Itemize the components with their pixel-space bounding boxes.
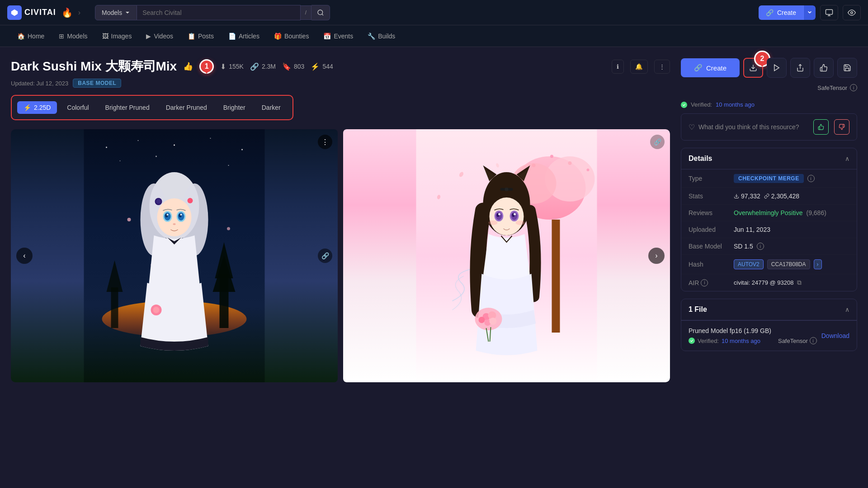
thumbdown-vote-button[interactable] <box>834 119 849 135</box>
nav-images[interactable]: 🖼 Images <box>96 29 138 43</box>
nav-videos[interactable]: ▶ Videos <box>140 29 179 43</box>
tab-brighter-pruned[interactable]: Brighter Pruned <box>99 101 156 114</box>
chevron-up-icon: ∧ <box>845 155 849 162</box>
svg-point-73 <box>514 213 516 216</box>
thumbup-button[interactable] <box>814 58 834 78</box>
link-overlay-button-2[interactable]: 🔗 <box>650 135 665 149</box>
verified-link[interactable]: 10 months ago <box>716 101 755 108</box>
air-info-icon[interactable]: i <box>701 279 708 286</box>
nav-home[interactable]: 🏠 Home <box>11 29 51 43</box>
create-button[interactable]: 🔗 Create <box>759 5 803 20</box>
play-button[interactable] <box>767 58 787 78</box>
nav-articles[interactable]: 📄 Articles <box>222 29 266 43</box>
search-icon <box>317 9 324 16</box>
svg-point-64 <box>505 188 509 191</box>
download-stat-icon <box>734 193 739 199</box>
details-panel-header[interactable]: Details ∧ <box>681 148 857 169</box>
svg-point-40 <box>156 199 161 204</box>
create-label: Create <box>777 9 796 16</box>
svg-point-72 <box>498 213 500 216</box>
svg-marker-0 <box>11 9 18 15</box>
file-safetensor-info-icon[interactable]: i <box>810 337 817 344</box>
tab-225d[interactable]: ⚡ 2.25D <box>17 101 57 114</box>
download-file-link[interactable]: Download <box>821 332 849 339</box>
monitor-button[interactable] <box>820 5 838 20</box>
svg-point-24 <box>227 227 230 230</box>
copy-icon[interactable]: ⧉ <box>797 279 802 286</box>
more-button[interactable]: ⋮ <box>654 60 670 74</box>
gallery-next-button[interactable]: › <box>648 248 665 264</box>
logo-icon <box>7 5 22 20</box>
search-input[interactable] <box>137 5 301 20</box>
thumbup-vote-button[interactable] <box>813 119 829 135</box>
sidebar-actions: 🔗 Create 2 <box>681 58 857 78</box>
details-title: Details <box>689 155 712 163</box>
feedback-text: ♡ What did you think of this resource? <box>689 123 808 131</box>
info-icon[interactable]: i <box>850 84 857 91</box>
verified-icon <box>681 102 687 108</box>
thumbdown-vote-icon <box>839 124 845 130</box>
file-verified-row: Verified: 10 months ago SafeTensor i <box>689 337 817 344</box>
sidebar: 🔗 Create 2 SafeTensor <box>681 58 857 382</box>
stats-value: 97,332 2,305,428 <box>734 192 799 200</box>
nav-models[interactable]: ⊞ Models <box>52 29 94 43</box>
bookmark-stat: 🔖 803 <box>282 62 304 71</box>
tab-darker[interactable]: Darker <box>255 101 287 114</box>
download-button[interactable]: 2 <box>743 58 763 78</box>
uploaded-value: Jun 11, 2023 <box>734 226 770 233</box>
air-label: AIR i <box>689 279 734 286</box>
nav-bounties[interactable]: 🎁 Bounties <box>268 29 315 43</box>
base-model-label: Base Model <box>689 243 734 250</box>
nav-posts[interactable]: 📋 Posts <box>181 29 220 43</box>
link-overlay-button[interactable]: 🔗 <box>318 249 332 263</box>
file-verified-link[interactable]: 10 months ago <box>722 338 760 344</box>
gallery-more-button[interactable]: ⋮ <box>318 135 332 149</box>
files-panel-header[interactable]: 1 File ∧ <box>681 299 857 320</box>
image-gallery: ⋮ 🔗 <box>11 129 670 382</box>
svg-marker-85 <box>774 65 779 71</box>
play-icon <box>773 64 781 72</box>
tab-darker-pruned[interactable]: Darker Pruned <box>160 101 213 114</box>
subtitle-row: Updated: Jul 12, 2023 BASE MODEL <box>11 79 670 88</box>
link-stat: 🔗 2.3M <box>250 62 276 71</box>
gallery-prev-button[interactable]: ‹ <box>16 248 33 264</box>
type-label: Type <box>689 175 734 182</box>
svg-point-38 <box>173 223 176 225</box>
download-stat: ⬇ 155K <box>220 62 244 71</box>
svg-point-15 <box>156 156 157 157</box>
save-button[interactable] <box>837 58 857 78</box>
thumbup-vote-icon <box>818 124 824 130</box>
base-model-value: SD 1.5 i <box>734 243 764 250</box>
like-button[interactable]: 👍 <box>183 61 193 71</box>
base-model-info-icon[interactable]: i <box>757 243 764 250</box>
files-chevron-up-icon: ∧ <box>845 306 849 313</box>
gallery-image-1: ⋮ 🔗 <box>11 129 338 382</box>
search-button[interactable] <box>311 5 330 20</box>
monitor-icon <box>825 9 833 17</box>
download-stat-val: 97,332 <box>734 192 760 200</box>
type-info-icon[interactable]: i <box>807 175 815 182</box>
create-dropdown-button[interactable] <box>803 5 816 20</box>
search-area: Models / <box>95 5 330 20</box>
notification-button[interactable]: 🔔 <box>630 60 648 74</box>
share-button[interactable] <box>790 58 810 78</box>
detail-hash-row: Hash AUTOV2 CCA17B08DA › <box>681 255 857 274</box>
reviews-link[interactable]: Overwhelmingly Positive <box>734 209 803 216</box>
link-stat-icon <box>764 193 769 199</box>
svg-line-2 <box>322 14 323 15</box>
uploaded-label: Uploaded <box>689 226 734 233</box>
info-button[interactable]: ℹ <box>612 60 624 74</box>
logo[interactable]: CIVITAI <box>7 5 56 20</box>
nav-builds[interactable]: 🔧 Builds <box>361 29 401 43</box>
search-model-dropdown[interactable]: Models <box>95 5 137 20</box>
detail-uploaded-row: Uploaded Jun 11, 2023 <box>681 221 857 238</box>
eye-button[interactable] <box>843 5 861 20</box>
hash-next-button[interactable]: › <box>814 259 822 269</box>
tab-brighter[interactable]: Brighter <box>217 101 252 114</box>
tab-colorful[interactable]: Colorful <box>61 101 95 114</box>
chevron-down-icon <box>807 10 812 14</box>
create-main-button[interactable]: 🔗 Create <box>681 58 740 77</box>
nav-events[interactable]: 📅 Events <box>317 29 359 43</box>
download-icon <box>749 64 757 72</box>
hash-autov2-badge[interactable]: AUTOV2 <box>734 259 764 269</box>
